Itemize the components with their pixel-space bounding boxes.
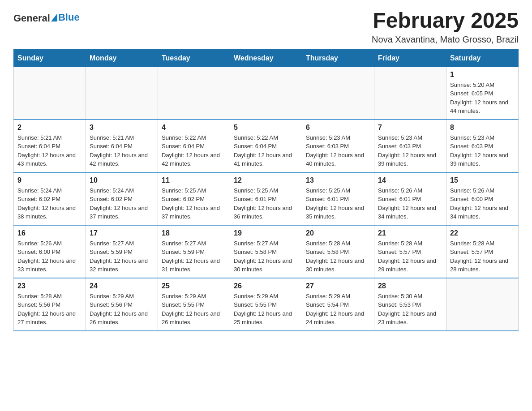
day-number: 14 <box>378 176 442 184</box>
calendar-cell: 12Sunrise: 5:25 AM Sunset: 6:01 PM Dayli… <box>230 172 302 225</box>
calendar-cell: 24Sunrise: 5:29 AM Sunset: 5:56 PM Dayli… <box>86 278 158 331</box>
day-info: Sunrise: 5:25 AM Sunset: 6:01 PM Dayligh… <box>306 186 370 221</box>
day-number: 1 <box>450 71 515 79</box>
weekday-header-tuesday: Tuesday <box>158 49 230 67</box>
day-info: Sunrise: 5:22 AM Sunset: 6:04 PM Dayligh… <box>162 133 226 168</box>
day-number: 20 <box>306 229 370 237</box>
day-number: 27 <box>306 282 370 290</box>
day-info: Sunrise: 5:30 AM Sunset: 5:53 PM Dayligh… <box>378 292 442 327</box>
calendar-cell <box>230 67 302 120</box>
day-info: Sunrise: 5:26 AM Sunset: 6:00 PM Dayligh… <box>17 239 82 274</box>
day-info: Sunrise: 5:23 AM Sunset: 6:03 PM Dayligh… <box>450 133 515 168</box>
calendar-cell: 18Sunrise: 5:27 AM Sunset: 5:59 PM Dayli… <box>158 225 230 278</box>
week-row-1: 1Sunrise: 5:20 AM Sunset: 6:05 PM Daylig… <box>14 67 519 120</box>
calendar-cell: 21Sunrise: 5:28 AM Sunset: 5:57 PM Dayli… <box>374 225 446 278</box>
day-info: Sunrise: 5:22 AM Sunset: 6:04 PM Dayligh… <box>234 133 298 168</box>
logo: General Blue <box>13 13 80 24</box>
day-info: Sunrise: 5:28 AM Sunset: 5:57 PM Dayligh… <box>378 239 442 274</box>
weekday-header-wednesday: Wednesday <box>230 49 302 67</box>
day-number: 15 <box>450 176 515 184</box>
day-number: 18 <box>162 229 226 237</box>
calendar-cell: 4Sunrise: 5:22 AM Sunset: 6:04 PM Daylig… <box>158 120 230 172</box>
day-number: 16 <box>17 229 82 237</box>
day-number: 5 <box>234 124 298 132</box>
day-info: Sunrise: 5:23 AM Sunset: 6:03 PM Dayligh… <box>306 133 370 168</box>
calendar-cell <box>302 67 374 120</box>
calendar-cell: 25Sunrise: 5:29 AM Sunset: 5:55 PM Dayli… <box>158 278 230 331</box>
calendar-cell: 13Sunrise: 5:25 AM Sunset: 6:01 PM Dayli… <box>302 172 374 225</box>
day-info: Sunrise: 5:25 AM Sunset: 6:02 PM Dayligh… <box>162 186 226 221</box>
month-title: February 2025 <box>372 9 519 33</box>
day-info: Sunrise: 5:21 AM Sunset: 6:04 PM Dayligh… <box>17 133 82 168</box>
calendar-cell: 22Sunrise: 5:28 AM Sunset: 5:57 PM Dayli… <box>446 225 519 278</box>
calendar-cell: 9Sunrise: 5:24 AM Sunset: 6:02 PM Daylig… <box>14 172 86 225</box>
day-number: 8 <box>450 124 515 132</box>
day-info: Sunrise: 5:29 AM Sunset: 5:56 PM Dayligh… <box>90 292 154 327</box>
calendar-cell: 2Sunrise: 5:21 AM Sunset: 6:04 PM Daylig… <box>14 120 86 172</box>
day-number: 22 <box>450 229 515 237</box>
week-row-3: 9Sunrise: 5:24 AM Sunset: 6:02 PM Daylig… <box>14 172 519 225</box>
week-row-2: 2Sunrise: 5:21 AM Sunset: 6:04 PM Daylig… <box>14 120 519 172</box>
day-info: Sunrise: 5:27 AM Sunset: 5:59 PM Dayligh… <box>90 239 154 274</box>
day-info: Sunrise: 5:26 AM Sunset: 6:01 PM Dayligh… <box>378 186 442 221</box>
day-info: Sunrise: 5:28 AM Sunset: 5:58 PM Dayligh… <box>306 239 370 274</box>
calendar-cell: 7Sunrise: 5:23 AM Sunset: 6:03 PM Daylig… <box>374 120 446 172</box>
calendar-cell: 11Sunrise: 5:25 AM Sunset: 6:02 PM Dayli… <box>158 172 230 225</box>
calendar-cell: 17Sunrise: 5:27 AM Sunset: 5:59 PM Dayli… <box>86 225 158 278</box>
weekday-header-saturday: Saturday <box>446 49 519 67</box>
logo-general-text: General <box>13 13 50 24</box>
day-number: 10 <box>90 176 154 184</box>
day-info: Sunrise: 5:28 AM Sunset: 5:56 PM Dayligh… <box>17 292 82 327</box>
day-info: Sunrise: 5:29 AM Sunset: 5:55 PM Dayligh… <box>234 292 298 327</box>
weekday-header-monday: Monday <box>86 49 158 67</box>
day-info: Sunrise: 5:26 AM Sunset: 6:00 PM Dayligh… <box>450 186 515 221</box>
calendar-cell <box>374 67 446 120</box>
day-number: 28 <box>378 282 442 290</box>
day-info: Sunrise: 5:24 AM Sunset: 6:02 PM Dayligh… <box>17 186 82 221</box>
day-number: 11 <box>162 176 226 184</box>
weekday-header-row: SundayMondayTuesdayWednesdayThursdayFrid… <box>14 49 519 67</box>
calendar-cell: 16Sunrise: 5:26 AM Sunset: 6:00 PM Dayli… <box>14 225 86 278</box>
weekday-header-friday: Friday <box>374 49 446 67</box>
calendar-cell: 5Sunrise: 5:22 AM Sunset: 6:04 PM Daylig… <box>230 120 302 172</box>
day-info: Sunrise: 5:27 AM Sunset: 5:59 PM Dayligh… <box>162 239 226 274</box>
calendar-cell: 8Sunrise: 5:23 AM Sunset: 6:03 PM Daylig… <box>446 120 519 172</box>
calendar-cell: 28Sunrise: 5:30 AM Sunset: 5:53 PM Dayli… <box>374 278 446 331</box>
calendar-cell <box>446 278 519 331</box>
page-header: General Blue February 2025 Nova Xavantin… <box>13 9 519 45</box>
weekday-header-sunday: Sunday <box>14 49 86 67</box>
day-number: 4 <box>162 124 226 132</box>
day-number: 12 <box>234 176 298 184</box>
day-number: 6 <box>306 124 370 132</box>
day-info: Sunrise: 5:23 AM Sunset: 6:03 PM Dayligh… <box>378 133 442 168</box>
day-number: 2 <box>17 124 82 132</box>
calendar-cell <box>86 67 158 120</box>
day-info: Sunrise: 5:28 AM Sunset: 5:57 PM Dayligh… <box>450 239 515 274</box>
day-number: 17 <box>90 229 154 237</box>
calendar-cell: 14Sunrise: 5:26 AM Sunset: 6:01 PM Dayli… <box>374 172 446 225</box>
day-number: 19 <box>234 229 298 237</box>
calendar-cell: 6Sunrise: 5:23 AM Sunset: 6:03 PM Daylig… <box>302 120 374 172</box>
logo-triangle-icon <box>51 13 57 21</box>
day-info: Sunrise: 5:24 AM Sunset: 6:02 PM Dayligh… <box>90 186 154 221</box>
day-number: 25 <box>162 282 226 290</box>
day-number: 13 <box>306 176 370 184</box>
day-info: Sunrise: 5:25 AM Sunset: 6:01 PM Dayligh… <box>234 186 298 221</box>
logo-blue-text: Blue <box>58 12 80 23</box>
weekday-header-thursday: Thursday <box>302 49 374 67</box>
day-info: Sunrise: 5:20 AM Sunset: 6:05 PM Dayligh… <box>450 81 515 116</box>
day-number: 7 <box>378 124 442 132</box>
day-info: Sunrise: 5:21 AM Sunset: 6:04 PM Dayligh… <box>90 133 154 168</box>
day-info: Sunrise: 5:27 AM Sunset: 5:58 PM Dayligh… <box>234 239 298 274</box>
calendar-cell: 3Sunrise: 5:21 AM Sunset: 6:04 PM Daylig… <box>86 120 158 172</box>
day-number: 3 <box>90 124 154 132</box>
week-row-4: 16Sunrise: 5:26 AM Sunset: 6:00 PM Dayli… <box>14 225 519 278</box>
calendar-table: SundayMondayTuesdayWednesdayThursdayFrid… <box>13 49 519 331</box>
day-number: 21 <box>378 229 442 237</box>
title-block: February 2025 Nova Xavantina, Mato Gross… <box>372 9 519 45</box>
location-text: Nova Xavantina, Mato Grosso, Brazil <box>372 34 519 45</box>
calendar-cell: 15Sunrise: 5:26 AM Sunset: 6:00 PM Dayli… <box>446 172 519 225</box>
calendar-cell: 26Sunrise: 5:29 AM Sunset: 5:55 PM Dayli… <box>230 278 302 331</box>
calendar-cell: 10Sunrise: 5:24 AM Sunset: 6:02 PM Dayli… <box>86 172 158 225</box>
day-info: Sunrise: 5:29 AM Sunset: 5:54 PM Dayligh… <box>306 292 370 327</box>
